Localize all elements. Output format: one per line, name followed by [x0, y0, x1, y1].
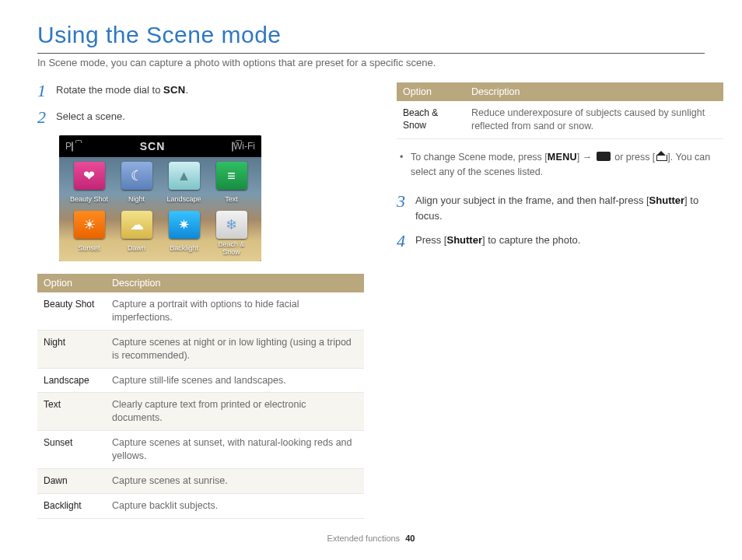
shutter-key: Shutter [446, 234, 482, 246]
home-icon [656, 152, 666, 161]
scene-label: Backlight [162, 241, 206, 257]
cell-desc: Reduce underexposure of subjects caused … [465, 101, 723, 138]
scene-icon-landscape: ▲Landscape [162, 162, 206, 208]
step-text: Select a scene. [56, 109, 364, 124]
cell-option: Night [37, 330, 106, 368]
step-text: Press [Shutter] to capture the photo. [415, 233, 723, 248]
step-1-post: . [185, 84, 188, 96]
scene-glyph-icon: ☁ [121, 211, 152, 239]
scene-tile: ☀ [74, 211, 105, 239]
note-body: To change Scene mode, press [MENU] → or … [411, 150, 723, 180]
scene-icon-sunset: ☀Sunset [67, 211, 111, 257]
note-b: ] → [577, 152, 595, 163]
th-option: Option [37, 274, 106, 292]
scene-glyph-icon: ❄ [216, 211, 247, 239]
scene-tile: ▲ [169, 162, 200, 190]
table-row: BacklightCapture backlit subjects. [37, 493, 364, 518]
cell-desc: Capture a portrait with options to hide … [106, 292, 364, 330]
step-4: 4 Press [Shutter] to capture the photo. [397, 233, 723, 250]
screenshot: P SCN Wi-Fi ❤Beauty Shot☾Night▲Landscape… [59, 135, 261, 261]
scene-label: Landscape [162, 192, 206, 208]
options-table-2: Option Description Beach & SnowReduce un… [397, 82, 723, 139]
scene-tile: ☾ [121, 162, 152, 190]
scene-icon-backlight: ✷Backlight [162, 211, 206, 257]
options-table-1: Option Description Beauty ShotCapture a … [37, 274, 364, 519]
scene-glyph-icon: ❤ [74, 162, 105, 190]
step-4-post: ] to capture the photo. [482, 234, 580, 246]
note: • To change Scene mode, press [MENU] → o… [400, 150, 723, 180]
footer-section: Extended functions [327, 534, 401, 543]
right-column: Option Description Beach & SnowReduce un… [397, 82, 723, 519]
step-1: 1 Rotate the mode dial to SCN. [37, 82, 364, 100]
p-mode: P [65, 141, 73, 152]
p-label: P [65, 141, 72, 152]
cell-option: Text [37, 393, 106, 431]
cell-desc: Capture scenes at sunrise. [106, 468, 364, 493]
scene-label: Beauty Shot [67, 192, 111, 208]
step-1-pre: Rotate the mode dial to [56, 84, 163, 96]
scene-tile: ❄ [216, 211, 247, 239]
scene-icon-text: ≡Text [209, 162, 254, 208]
scene-tile: ❤ [74, 162, 105, 190]
cell-desc: Capture backlit subjects. [106, 493, 364, 518]
step-text: Align your subject in the frame, and the… [415, 193, 723, 223]
step-3: 3 Align your subject in the frame, and t… [397, 193, 723, 223]
scene-label: Dawn [114, 241, 159, 257]
scene-label: Night [114, 192, 159, 208]
icon-grid: ❤Beauty Shot☾Night▲Landscape≡Text☀Sunset… [67, 162, 254, 257]
step-number: 4 [397, 233, 415, 250]
th-desc: Description [106, 274, 364, 292]
scene-label: Sunset [67, 241, 111, 257]
scene-icon-beauty-shot: ❤Beauty Shot [67, 162, 111, 208]
scene-glyph-icon: ✷ [169, 211, 200, 239]
note-a: To change Scene mode, press [ [411, 152, 548, 163]
cell-option: Sunset [37, 431, 106, 469]
scene-glyph-icon: ≡ [216, 162, 247, 190]
left-column: 1 Rotate the mode dial to SCN. 2 Select … [37, 82, 364, 519]
page-title: Using the Scene mode [37, 22, 705, 48]
shutter-key: Shutter [649, 194, 685, 206]
scene-icon-dawn: ☁Dawn [114, 211, 159, 257]
wifi-mode: Wi-Fi [232, 141, 255, 152]
footer: Extended functions 40 [0, 534, 742, 543]
scene-tile: ≡ [216, 162, 247, 190]
camera-icon [232, 142, 233, 152]
table-row: SunsetCapture scenes at sunset, with nat… [37, 431, 364, 469]
scene-icon-night: ☾Night [114, 162, 159, 208]
divider [37, 53, 705, 54]
cell-option: Landscape [37, 368, 106, 393]
camera-icon [72, 142, 73, 152]
cell-desc: Clearly capture text from printed or ele… [106, 393, 364, 431]
bullet: • [400, 150, 411, 180]
intro-text: In Scene mode, you can capture a photo w… [37, 57, 705, 68]
step-3-pre: Align your subject in the frame, and the… [415, 194, 649, 206]
scene-tile: ☁ [121, 211, 152, 239]
step-number: 1 [37, 82, 56, 100]
step-text: Rotate the mode dial to SCN. [56, 82, 364, 98]
cell-option: Dawn [37, 468, 106, 493]
scene-key-icon [597, 152, 611, 161]
scene-glyph-icon: ▲ [169, 162, 200, 190]
scene-glyph-icon: ☾ [121, 162, 152, 190]
scene-label: Text [209, 192, 254, 208]
scene-tile: ✷ [169, 211, 200, 239]
cell-desc: Capture still-life scenes and landscapes… [106, 368, 364, 393]
page-number: 40 [405, 534, 415, 543]
step-number: 2 [37, 109, 56, 126]
screenshot-topbar: P SCN Wi-Fi [59, 135, 261, 157]
note-c: or press [ [612, 152, 656, 163]
menu-icon: MENU [548, 152, 577, 163]
th-desc: Description [465, 82, 723, 101]
scn-topbar: SCN [140, 140, 166, 152]
table-row: NightCapture scenes at night or in low l… [37, 330, 364, 368]
cell-desc: Capture scenes at night or in low lighti… [106, 330, 364, 368]
cell-option: Backlight [37, 493, 106, 518]
step-number: 3 [397, 193, 415, 210]
step-4-pre: Press [ [415, 234, 446, 246]
cell-option: Beach & Snow [397, 101, 465, 138]
scene-label: Beach & Snow [209, 241, 254, 257]
scn-icon: SCN [163, 84, 185, 96]
table-row: DawnCapture scenes at sunrise. [37, 468, 364, 493]
cell-desc: Capture scenes at sunset, with natural-l… [106, 431, 364, 469]
table-row: TextClearly capture text from printed or… [37, 393, 364, 431]
